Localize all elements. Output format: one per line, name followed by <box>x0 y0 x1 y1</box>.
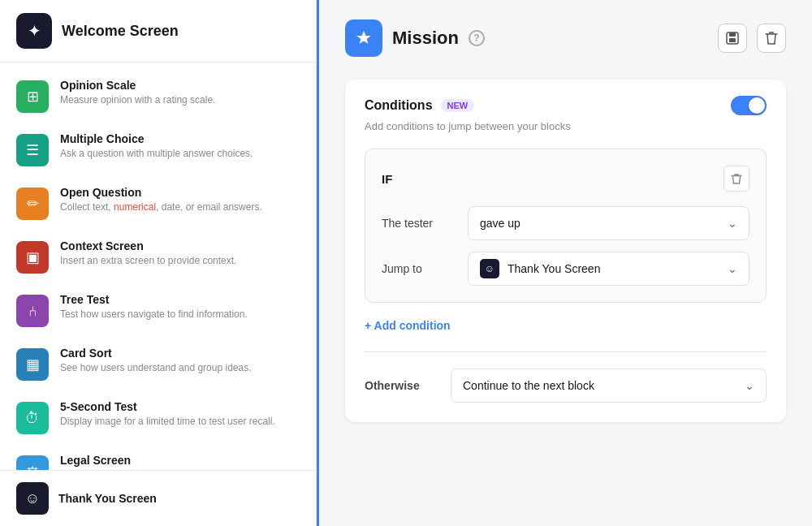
multiple-choice-title: Multiple Choice <box>60 132 300 145</box>
jump-to-select[interactable]: ☺ Thank You Screen ⌄ <box>468 252 749 286</box>
five-second-test-icon: ⏱ <box>16 402 49 434</box>
open-question-title: Open Question <box>60 186 300 199</box>
new-badge: NEW <box>441 99 475 112</box>
conditions-toggle[interactable] <box>731 96 767 115</box>
open-question-icon: ✏ <box>16 188 49 220</box>
legal-screen-icon: ⚖ <box>16 455 49 470</box>
tester-condition-row: The tester gave up ⌄ <box>382 206 749 240</box>
context-screen-icon: ▣ <box>16 241 49 274</box>
opinion-scale-icon: ⊞ <box>16 80 49 113</box>
card-sort-title: Card Sort <box>60 347 300 360</box>
sidebar-item-legal-screen[interactable]: ⚖ Legal Screen <box>0 444 316 470</box>
multiple-choice-icon: ☰ <box>16 134 49 166</box>
svg-rect-2 <box>729 38 736 42</box>
card-sort-desc: See how users understand and group ideas… <box>60 361 300 375</box>
delete-button[interactable] <box>757 24 786 53</box>
if-label: IF <box>382 172 392 186</box>
conditions-label: Conditions <box>365 98 433 113</box>
tree-test-desc: Test how users navigate to find informat… <box>60 308 300 321</box>
sidebar-item-tree-test[interactable]: ⑃ Tree Test Test how users navigate to f… <box>0 283 316 337</box>
right-panel: Mission ? Conditions <box>319 0 812 526</box>
multiple-choice-desc: Ask a question with multiple answer choi… <box>60 147 300 161</box>
jump-to-value: Thank You Screen <box>508 262 600 275</box>
conditions-section: Conditions NEW Add conditions to jump be… <box>345 80 786 422</box>
thank-you-title: Thank You Screen <box>58 492 157 505</box>
if-delete-button[interactable] <box>723 166 749 192</box>
svg-rect-1 <box>729 32 736 37</box>
tester-select[interactable]: gave up ⌄ <box>468 206 749 240</box>
right-header: Mission ? <box>345 19 786 57</box>
tester-label: The tester <box>382 217 455 230</box>
sidebar-item-card-sort[interactable]: ▦ Card Sort See how users understand and… <box>0 337 316 390</box>
context-screen-desc: Insert an extra screen to provide contex… <box>60 254 300 268</box>
save-button[interactable] <box>718 24 747 53</box>
welcome-header[interactable]: ✦ Welcome Screen <box>0 0 316 63</box>
five-second-test-desc: Display image for a limited time to test… <box>60 415 300 429</box>
tree-test-icon: ⑃ <box>16 295 49 327</box>
otherwise-row: Otherwise Continue to the next block ⌄ <box>365 369 767 403</box>
if-block: IF The tester gave up ⌄ Jump to <box>365 149 767 303</box>
otherwise-chevron-icon: ⌄ <box>745 379 754 392</box>
otherwise-select[interactable]: Continue to the next block ⌄ <box>451 369 767 403</box>
opinion-scale-title: Opinion Scale <box>60 79 300 92</box>
legal-screen-title: Legal Screen <box>60 454 300 467</box>
otherwise-value: Continue to the next block <box>463 379 594 392</box>
otherwise-label: Otherwise <box>365 379 438 392</box>
help-icon[interactable]: ? <box>469 30 485 46</box>
conditions-description: Add conditions to jump between your bloc… <box>365 120 767 132</box>
if-header: IF <box>382 166 749 192</box>
tree-test-title: Tree Test <box>60 293 300 306</box>
context-screen-title: Context Screen <box>60 239 300 252</box>
opinion-scale-desc: Measure opinion with a rating scale. <box>60 93 300 107</box>
jump-to-screen-icon: ☺ <box>480 259 499 278</box>
thank-you-icon: ☺ <box>16 482 49 515</box>
jump-to-label: Jump to <box>382 262 455 275</box>
tester-value: gave up <box>480 217 520 230</box>
conditions-divider <box>365 351 767 352</box>
sidebar-item-five-second-test[interactable]: ⏱ 5-Second Test Display image for a limi… <box>0 390 316 444</box>
five-second-test-title: 5-Second Test <box>60 400 300 413</box>
sidebar-item-opinion-scale[interactable]: ⊞ Opinion Scale Measure opinion with a r… <box>0 69 316 123</box>
sidebar-item-thank-you[interactable]: ☺ Thank You Screen <box>0 470 316 526</box>
sidebar-list: ⊞ Opinion Scale Measure opinion with a r… <box>0 63 316 470</box>
sidebar-item-open-question[interactable]: ✏ Open Question Collect text, numerical,… <box>0 176 316 230</box>
jump-to-condition-row: Jump to ☺ Thank You Screen ⌄ <box>382 252 749 286</box>
jump-to-chevron-icon: ⌄ <box>728 262 737 275</box>
welcome-screen-title: Welcome Screen <box>62 23 179 40</box>
card-sort-icon: ▦ <box>16 348 49 381</box>
mission-icon <box>345 19 382 57</box>
sidebar-item-context-screen[interactable]: ▣ Context Screen Insert an extra screen … <box>0 230 316 283</box>
add-condition-button[interactable]: + Add condition <box>365 316 451 335</box>
sidebar-item-multiple-choice[interactable]: ☰ Multiple Choice Ask a question with mu… <box>0 123 316 176</box>
left-panel: ✦ Welcome Screen ⊞ Opinion Scale Measure… <box>0 0 317 526</box>
mission-title: Mission <box>392 28 459 49</box>
conditions-header: Conditions NEW <box>365 96 767 115</box>
tester-chevron-icon: ⌄ <box>728 217 737 230</box>
open-question-desc: Collect text, numerical, date, or email … <box>60 200 300 214</box>
welcome-screen-icon: ✦ <box>16 13 52 49</box>
